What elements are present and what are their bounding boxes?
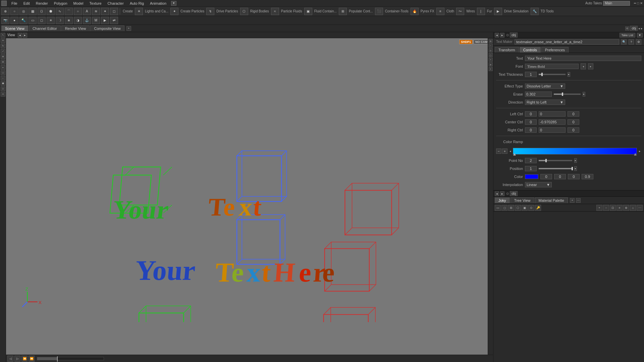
timeline-bar[interactable]: [37, 357, 104, 360]
tb-cloth[interactable]: ≡: [436, 8, 444, 15]
position-slider[interactable]: [539, 168, 572, 169]
nav-arrows[interactable]: ◂ ▸: [638, 27, 643, 30]
ramp-arrow-right[interactable]: ▸: [638, 148, 641, 155]
tb-fluid-contain[interactable]: ▣: [304, 8, 312, 15]
tb-fur[interactable]: ∣: [477, 8, 485, 15]
menu-animation[interactable]: Animation: [147, 1, 169, 6]
position-end-btn[interactable]: ▸: [574, 166, 577, 171]
tb-td-tools[interactable]: 🔧: [531, 8, 539, 15]
bt-home[interactable]: ⌂: [630, 205, 636, 211]
left-scale-icon[interactable]: ⤢: [1, 49, 5, 54]
vr-icon-6[interactable]: ⊕: [489, 62, 493, 66]
viewport-body[interactable]: SHDP1 NO CAMM: [6, 38, 493, 355]
bt-btn-1[interactable]: ▭: [495, 205, 501, 211]
tb-create-particles[interactable]: ✦: [170, 8, 178, 15]
vr-icon-4[interactable]: ◻: [489, 53, 493, 57]
brpanel-nav-fwd[interactable]: ▸: [500, 191, 504, 196]
tb-curve[interactable]: ⌒: [65, 8, 73, 15]
color-a[interactable]: [582, 174, 593, 179]
tb2-ib-light[interactable]: ☽: [56, 17, 64, 24]
menu-character[interactable]: Character: [105, 1, 126, 6]
vr-icon-7[interactable]: ≡: [489, 67, 493, 71]
rpanel-help-icon[interactable]: ?: [629, 39, 634, 45]
center-ctrl-x[interactable]: [525, 119, 537, 125]
tb-font[interactable]: A: [83, 8, 91, 15]
ramp-remove-btn[interactable]: −: [496, 148, 501, 154]
left-rotate-icon[interactable]: ↻: [1, 44, 5, 48]
erase-input[interactable]: [525, 92, 552, 97]
ramp-arrow-left[interactable]: ◂: [508, 148, 512, 155]
tb2-anchor[interactable]: ⚓: [83, 17, 91, 24]
erase-slider[interactable]: [554, 94, 581, 95]
tb-wires[interactable]: 〜: [456, 8, 464, 15]
menu-auto-rig[interactable]: Auto Rig: [127, 1, 147, 6]
tab-channel-editor[interactable]: Channel Editor: [29, 25, 61, 31]
tb-drive-particles[interactable]: ↯: [206, 8, 214, 15]
vr-icon-2[interactable]: ↔: [489, 44, 493, 48]
bt-btn-2[interactable]: ◻: [501, 205, 507, 211]
bottom-tab-add[interactable]: +: [570, 198, 575, 203]
tb-torus[interactable]: ◎: [19, 8, 28, 15]
tb2-distant-light[interactable]: ☀: [47, 17, 55, 24]
tb-nurbs[interactable]: ∿: [56, 8, 64, 15]
tb-rigid-bodies[interactable]: ⬡: [240, 8, 248, 15]
menu-file[interactable]: File: [9, 1, 20, 6]
bt-btn-7[interactable]: 🔑: [535, 205, 541, 211]
tb-drive-sim[interactable]: ▶: [494, 8, 502, 15]
left-ctrl-y[interactable]: [539, 111, 566, 117]
rpanel-search-icon[interactable]: 🔍: [621, 39, 627, 45]
thickness-end-btn[interactable]: ▸: [568, 72, 570, 77]
tb-populate[interactable]: ⊞: [339, 8, 347, 15]
text-maker-node-name[interactable]: textmaker_erase_one_letter_at_a_time2: [515, 39, 619, 45]
menu-polygon[interactable]: Polygon: [51, 1, 70, 6]
vp-nav-back[interactable]: ◂: [18, 33, 22, 38]
color-b[interactable]: [568, 174, 580, 179]
vf-btn-4[interactable]: ⏩: [29, 356, 35, 362]
tb-rivet[interactable]: ✦: [101, 8, 109, 15]
vf-btn-1[interactable]: ◁: [7, 356, 13, 362]
tab-preferences[interactable]: Preferences: [541, 47, 569, 53]
bt-btn-4[interactable]: ⬡: [515, 205, 521, 211]
tb2-ipr[interactable]: ▶: [101, 17, 109, 24]
tb-fluid[interactable]: ≋: [92, 8, 100, 15]
menu-render[interactable]: Render: [33, 1, 51, 6]
vf-btn-3[interactable]: ⏪: [21, 356, 28, 362]
left-ctrl-x[interactable]: [525, 111, 537, 117]
tb-create[interactable]: ⊕: [1, 8, 9, 15]
tab-transform[interactable]: Transform: [495, 47, 519, 53]
font-prev-btn[interactable]: ◂: [581, 63, 586, 69]
tb2-geometry[interactable]: ◻: [38, 17, 46, 24]
tb-sticky[interactable]: ◻: [110, 8, 118, 15]
tb2-area-light[interactable]: ▭: [29, 17, 37, 24]
left-icon10[interactable]: ⬟: [1, 81, 5, 86]
tb-pyrex[interactable]: 🔥: [411, 8, 419, 15]
font-next-btn[interactable]: ▸: [588, 63, 593, 69]
bt-layout[interactable]: ≡: [616, 205, 623, 211]
point-end-btn[interactable]: ▸: [574, 158, 577, 163]
bt-btn-6[interactable]: ⊙: [528, 205, 534, 211]
color-r[interactable]: [540, 174, 552, 179]
tb-particle-fluids[interactable]: ≈: [271, 8, 279, 15]
tb2-spot-light[interactable]: 🔦: [19, 17, 28, 24]
position-input[interactable]: [525, 166, 537, 171]
tab-render-view[interactable]: Render View: [61, 25, 90, 31]
left-ctrl-z[interactable]: [568, 111, 579, 117]
tb2-caustic-light[interactable]: ⋇: [65, 17, 73, 24]
interp-dropdown[interactable]: Linear ▼: [525, 182, 552, 187]
tb-circle[interactable]: ○: [74, 8, 82, 15]
bt-zoom-in[interactable]: +: [596, 205, 602, 211]
rpanel-nav-back[interactable]: ◂: [495, 33, 499, 38]
color-ramp-bar[interactable]: [513, 148, 637, 155]
menu-texture[interactable]: Texture: [87, 1, 104, 6]
tab-joky[interactable]: Joky: [495, 197, 510, 203]
bt-more[interactable]: ⋯: [637, 205, 643, 211]
vr-icon-3[interactable]: ⊙: [489, 48, 493, 52]
tb2-maya-light[interactable]: M: [92, 17, 100, 24]
tab-composite-view[interactable]: Composite View: [90, 25, 124, 31]
thickness-input[interactable]: [525, 72, 537, 77]
vp-nav-fwd[interactable]: ▸: [23, 33, 27, 38]
bt-snap[interactable]: ⊕: [623, 205, 629, 211]
right-ctrl-z[interactable]: [568, 127, 579, 133]
direction-dropdown[interactable]: Right to Left ▼: [525, 100, 565, 105]
right-ctrl-x[interactable]: [525, 127, 537, 133]
